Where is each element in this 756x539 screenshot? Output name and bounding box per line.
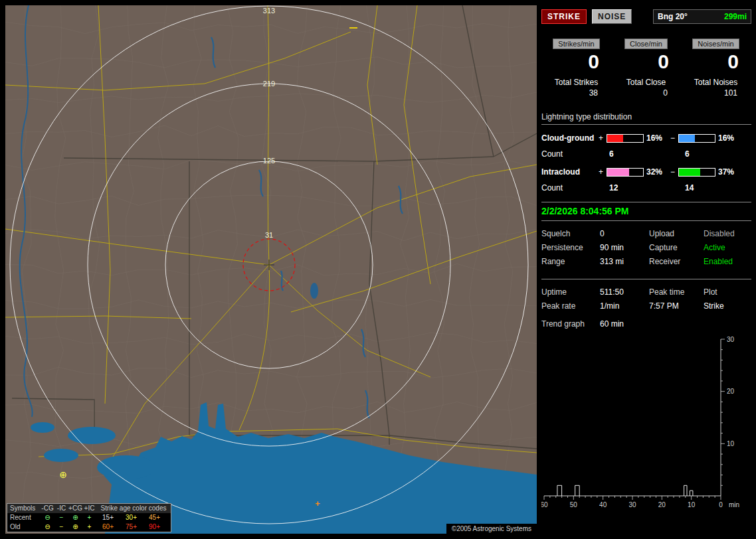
cloud-ground-row: Cloud-ground + 16% − 16% — [541, 133, 751, 143]
plus-sign: + — [599, 167, 607, 177]
neg-cg-icon: ⊖ — [41, 513, 54, 522]
trend-graph: 1020306050403020100min — [541, 333, 751, 513]
plot-value: Strike — [704, 299, 751, 313]
strikes-per-min-counter: Strikes/min 0 Total Strikes 38 — [541, 38, 611, 98]
trend-graph-value: 60 min — [600, 317, 649, 331]
range-ring-label: 125 — [263, 157, 275, 165]
pos-ic-icon: + — [82, 513, 96, 522]
plus-sign: + — [599, 133, 607, 143]
squelch-label: Squelch — [541, 227, 600, 241]
squelch-value: 0 — [600, 227, 649, 241]
total-strikes-value: 38 — [541, 88, 611, 98]
svg-text:60: 60 — [541, 501, 548, 508]
total-close-label: Total Close — [611, 78, 681, 87]
svg-text:40: 40 — [599, 501, 607, 508]
pos-ic-icon: + — [82, 522, 96, 532]
cloud-ground-count-row: Count 6 6 — [541, 149, 751, 159]
svg-text:50: 50 — [570, 501, 578, 508]
bearing-label: Bng 20° — [658, 12, 688, 21]
legend-row-label: Old — [7, 522, 41, 532]
close-per-min-counter: Close/min 0 Total Close 0 — [611, 38, 681, 98]
timestamp: 2/2/2026 8:04:56 PM — [541, 202, 751, 221]
bearing-display: Bng 20° 299mi — [653, 9, 751, 24]
total-noises-label: Total Noises — [681, 78, 751, 87]
intracloud-label: Intracloud — [541, 167, 599, 177]
side-panel: STRIKE NOISE Bng 20° 299mi Strikes/min 0… — [541, 5, 751, 534]
age-code: 45+ — [143, 513, 166, 522]
age-code: 15+ — [96, 513, 120, 522]
stats-row: Peak rate 1/min 7:57 PM Strike — [541, 299, 751, 313]
ic-minus-bar-fill — [679, 169, 700, 176]
section-divider — [541, 279, 751, 279]
ic-plus-bar — [607, 168, 644, 177]
capture-value: Active — [704, 241, 751, 255]
range-ring-label: 313 — [263, 7, 275, 15]
ic-plus-bar-fill — [607, 169, 629, 176]
stats-table: Uptime 511:50 Peak time Plot Peak rate 1… — [541, 285, 751, 331]
age-code: 90+ — [143, 522, 166, 532]
stats-row: Uptime 511:50 Peak time Plot — [541, 285, 751, 299]
map-canvas: 313 219 125 31 ⊕ + — [5, 5, 537, 534]
age-code: 60+ — [96, 522, 120, 532]
cg-minus-count: 6 — [682, 149, 690, 159]
persistence-label: Persistence — [541, 241, 600, 255]
cg-plus-bar — [607, 134, 644, 143]
close-per-min-value: 0 — [611, 51, 681, 72]
cg-minus-percent: 16% — [715, 133, 742, 143]
peak-time-label: Peak time — [649, 285, 704, 299]
svg-text:30: 30 — [727, 336, 735, 343]
map-display[interactable]: 313 219 125 31 ⊕ + Symbols -CG -IC +CG +… — [5, 5, 537, 534]
total-noises-value: 101 — [681, 88, 751, 98]
noises-per-min-counter: Noises/min 0 Total Noises 101 — [681, 38, 751, 98]
total-strikes-label: Total Strikes — [541, 78, 611, 87]
legend-symbols-header: Symbols — [7, 504, 41, 513]
strike-marker: ⊕ — [59, 469, 67, 480]
cloud-ground-label: Cloud-ground — [541, 133, 599, 143]
cg-minus-bar — [678, 134, 715, 143]
capture-label: Capture — [649, 241, 704, 255]
range-label: Range — [541, 255, 600, 269]
peak-time-value: 7:57 PM — [649, 299, 704, 313]
status-table: Squelch 0 Upload Disabled Persistence 90… — [541, 227, 751, 269]
uptime-label: Uptime — [541, 285, 600, 299]
cg-plus-percent: 16% — [644, 133, 670, 143]
svg-text:30: 30 — [628, 501, 636, 508]
svg-text:10: 10 — [688, 501, 696, 508]
strikes-per-min-chip: Strikes/min — [553, 38, 599, 49]
persistence-value: 90 min — [600, 241, 649, 255]
legend-col-neg-cg: -CG — [41, 504, 54, 513]
strike-legend: Symbols -CG -IC +CG +IC Strike age color… — [7, 503, 171, 532]
total-close-value: 0 — [611, 88, 681, 98]
strikes-per-min-value: 0 — [541, 51, 611, 72]
receiver-value: Enabled — [704, 255, 751, 269]
age-code: 30+ — [120, 513, 143, 522]
intracloud-row: Intracloud + 32% − 37% — [541, 167, 751, 177]
legend-col-neg-ic: -IC — [54, 504, 68, 513]
ic-minus-bar — [678, 168, 715, 177]
bearing-range: 299mi — [724, 12, 747, 21]
range-ring-label: 219 — [263, 80, 275, 88]
range-ring-label: 31 — [265, 231, 273, 239]
svg-text:20: 20 — [727, 388, 735, 395]
mode-toolbar: STRIKE NOISE Bng 20° 299mi — [541, 8, 751, 25]
strike-mode-button[interactable]: STRIKE — [541, 9, 587, 24]
close-per-min-chip: Close/min — [624, 38, 668, 49]
plot-label: Plot — [704, 285, 751, 299]
svg-text:10: 10 — [727, 440, 735, 447]
legend-col-pos-cg: +CG — [68, 504, 82, 513]
range-value: 313 mi — [600, 255, 649, 269]
neg-ic-icon: − — [54, 522, 68, 532]
noises-per-min-value: 0 — [681, 51, 751, 72]
neg-cg-icon: ⊖ — [41, 522, 54, 532]
ic-minus-count: 14 — [682, 183, 694, 193]
status-row: Squelch 0 Upload Disabled — [541, 227, 751, 241]
status-row: Range 313 mi Receiver Enabled — [541, 255, 751, 269]
cg-plus-count: 6 — [607, 149, 682, 159]
upload-label: Upload — [649, 227, 704, 241]
ic-minus-percent: 37% — [715, 167, 742, 177]
strike-marker: + — [315, 499, 320, 508]
uptime-value: 511:50 — [600, 285, 649, 299]
ic-plus-count: 12 — [607, 183, 682, 193]
rate-counters: Strikes/min 0 Total Strikes 38 Close/min… — [541, 38, 751, 98]
noise-mode-button[interactable]: NOISE — [592, 9, 632, 24]
